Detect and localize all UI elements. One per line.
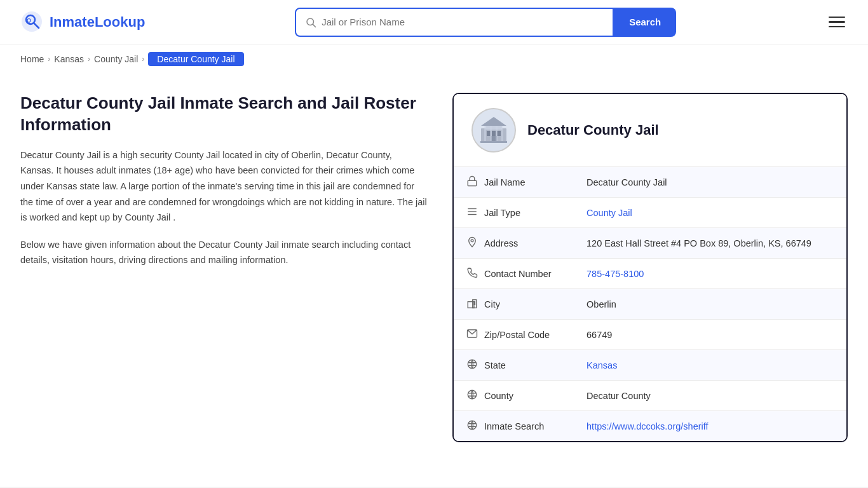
table-label-cell: Jail Name bbox=[454, 167, 574, 197]
table-value-cell: Oberlin bbox=[574, 289, 846, 320]
table-value-cell: Decatur County bbox=[574, 381, 846, 411]
svg-rect-30 bbox=[474, 304, 475, 305]
menu-button[interactable] bbox=[826, 14, 848, 30]
table-value-cell: 66749 bbox=[574, 320, 846, 350]
svg-rect-29 bbox=[474, 302, 475, 303]
table-row: Contact Number785-475-8100 bbox=[454, 259, 846, 289]
svg-rect-13 bbox=[480, 141, 507, 143]
breadcrumb-kansas[interactable]: Kansas bbox=[54, 54, 84, 64]
table-row: Address120 East Hall Street #4 PO Box 89… bbox=[454, 228, 846, 259]
search-input-wrap bbox=[295, 8, 614, 37]
table-label-text: Jail Name bbox=[484, 177, 525, 187]
svg-line-5 bbox=[313, 24, 316, 27]
page-title: Decatur County Jail Inmate Search and Ja… bbox=[20, 93, 427, 136]
svg-rect-23 bbox=[468, 302, 474, 308]
main-content: Decatur County Jail Inmate Search and Ja… bbox=[0, 74, 868, 461]
table-value-link[interactable]: 785-475-8100 bbox=[587, 269, 644, 279]
card-header: Decatur County Jail bbox=[454, 94, 846, 167]
table-row: Zip/Postal Code66749 bbox=[454, 320, 846, 350]
jail-icon bbox=[466, 175, 478, 189]
table-row: Inmate Searchhttps://www.dccoks.org/sher… bbox=[454, 411, 846, 442]
table-label-text: Inmate Search bbox=[484, 421, 544, 431]
svg-marker-8 bbox=[481, 117, 506, 126]
left-panel: Decatur County Jail Inmate Search and Ja… bbox=[20, 93, 427, 268]
search-area: Search bbox=[295, 8, 676, 37]
table-label-cell: County bbox=[454, 381, 574, 410]
state-icon bbox=[466, 358, 478, 372]
county-icon bbox=[466, 389, 478, 402]
breadcrumb: Home › Kansas › County Jail › Decatur Co… bbox=[0, 44, 868, 74]
svg-rect-15 bbox=[490, 126, 492, 141]
svg-point-22 bbox=[471, 240, 473, 242]
chevron-icon: › bbox=[142, 55, 144, 64]
chevron-icon: › bbox=[48, 55, 50, 64]
table-value-cell: 120 East Hall Street #4 PO Box 89, Oberl… bbox=[574, 228, 846, 259]
table-value-link[interactable]: https://www.dccoks.org/sheriff bbox=[587, 421, 709, 431]
table-row: Jail TypeCounty Jail bbox=[454, 198, 846, 228]
phone-icon bbox=[466, 267, 478, 280]
breadcrumb-county-jail[interactable]: County Jail bbox=[94, 54, 138, 64]
table-label-cell: Jail Type bbox=[454, 198, 574, 227]
search-input[interactable] bbox=[322, 17, 604, 27]
site-header: Q InmateLookup Search bbox=[0, 0, 868, 44]
info-table: Jail NameDecatur County JailJail TypeCou… bbox=[454, 167, 846, 441]
breadcrumb-home[interactable]: Home bbox=[20, 54, 44, 64]
table-row: StateKansas bbox=[454, 350, 846, 381]
logo-icon: Q bbox=[20, 10, 44, 34]
table-label-cell: State bbox=[454, 350, 574, 380]
city-icon bbox=[466, 297, 478, 311]
table-label-text: Contact Number bbox=[484, 269, 552, 279]
building-icon bbox=[478, 114, 510, 146]
logo-text: InmateLookup bbox=[50, 14, 145, 30]
table-row: CountyDecatur County bbox=[454, 381, 846, 411]
table-value-cell: County Jail bbox=[574, 198, 846, 228]
svg-point-32 bbox=[468, 360, 477, 369]
card-title: Decatur County Jail bbox=[527, 122, 659, 139]
table-label-text: Zip/Postal Code bbox=[484, 330, 550, 340]
table-label-text: Address bbox=[484, 238, 518, 248]
table-row: CityOberlin bbox=[454, 289, 846, 320]
svg-point-38 bbox=[468, 421, 477, 430]
table-label-cell: Contact Number bbox=[454, 259, 574, 288]
zip-icon bbox=[466, 328, 478, 341]
jail-avatar bbox=[471, 108, 516, 152]
table-label-cell: Zip/Postal Code bbox=[454, 320, 574, 349]
svg-rect-16 bbox=[496, 126, 498, 141]
type-icon bbox=[466, 206, 478, 219]
search-button[interactable]: Search bbox=[614, 8, 676, 37]
svg-rect-10 bbox=[492, 131, 496, 136]
svg-point-35 bbox=[468, 390, 477, 399]
description-2: Below we have given information about th… bbox=[20, 237, 427, 268]
table-label-text: State bbox=[484, 360, 506, 370]
address-icon bbox=[466, 236, 478, 250]
table-label-text: County bbox=[484, 391, 513, 401]
svg-text:Q: Q bbox=[27, 17, 31, 24]
table-label-cell: City bbox=[454, 289, 574, 319]
svg-rect-14 bbox=[484, 126, 486, 141]
info-card: Decatur County Jail Jail NameDecatur Cou… bbox=[452, 93, 848, 442]
table-value-link[interactable]: Kansas bbox=[587, 360, 617, 370]
table-label-text: Jail Type bbox=[484, 208, 520, 218]
search-link-icon bbox=[466, 419, 478, 433]
table-label-cell: Inmate Search bbox=[454, 411, 574, 441]
chevron-icon: › bbox=[88, 55, 90, 64]
breadcrumb-current: Decatur County Jail bbox=[148, 52, 243, 66]
search-icon bbox=[305, 17, 316, 28]
description-1: Decatur County Jail is a high security C… bbox=[20, 147, 427, 226]
table-value-cell: Decatur County Jail bbox=[574, 167, 846, 198]
table-value-cell: Kansas bbox=[574, 350, 846, 381]
svg-rect-18 bbox=[468, 180, 477, 186]
logo[interactable]: Q InmateLookup bbox=[20, 10, 145, 34]
table-label-text: City bbox=[484, 299, 500, 309]
svg-rect-17 bbox=[501, 126, 503, 141]
table-value-cell: https://www.dccoks.org/sheriff bbox=[574, 411, 846, 442]
table-label-cell: Address bbox=[454, 228, 574, 258]
table-row: Jail NameDecatur County Jail bbox=[454, 167, 846, 198]
table-value-cell: 785-475-8100 bbox=[574, 259, 846, 289]
table-value-link[interactable]: County Jail bbox=[587, 208, 632, 218]
